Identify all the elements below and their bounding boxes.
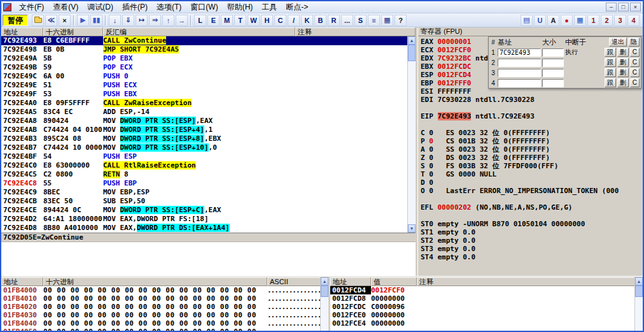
close-target-button[interactable]: × [59, 15, 71, 26]
pause-button[interactable]: ▮▮ [90, 15, 102, 26]
stack-header-address[interactable]: 地址 [330, 277, 371, 286]
column-header-disasm[interactable]: 反汇编 [103, 27, 295, 36]
register-line[interactable]: D 0 [421, 178, 643, 187]
minimize-button[interactable]: – [606, 3, 617, 11]
go-to-button[interactable]: → [176, 15, 188, 26]
menu-item-5[interactable]: 选项(T) [152, 1, 186, 14]
dump-row[interactable]: 01FB404000 00 00 00 00 00 00 00 00 00 00… [1, 319, 328, 328]
disasm-row[interactable]: 7C92E49C6A 00PUSH 0 [1, 72, 407, 81]
stack-scrollbar[interactable]: ▲ [634, 277, 643, 331]
run-to-return-button[interactable]: ↑ [162, 15, 174, 26]
menu-item-6[interactable]: 窗口(W) [186, 1, 222, 14]
disasm-row[interactable]: 7C92E4B7C74424 10 0000MOV DWORD PTR SS:[… [1, 143, 407, 152]
menu-item-4[interactable]: 插件(P) [118, 1, 152, 14]
disasm-row[interactable]: 7C92E49F53PUSH EBX [1, 90, 407, 99]
hwbp-exit-button[interactable]: 退出 [609, 38, 627, 47]
close-button[interactable]: × [630, 3, 641, 11]
scroll-up-icon[interactable]: ▲ [408, 36, 416, 45]
register-line[interactable]: ST4 empty 0.0 [421, 253, 643, 261]
grid-plugin-button[interactable]: ▦ [574, 15, 586, 26]
dump-row[interactable]: 01FB401000 00 00 00 00 00 00 00 00 00 00… [1, 294, 328, 303]
hwbp-follow-button[interactable]: 跟 [605, 48, 616, 57]
hwbp-base-input[interactable] [498, 79, 541, 87]
disassembly-scrollbar[interactable]: ▲ ▼ [407, 36, 416, 233]
dump-header-address[interactable]: 地址 [1, 277, 43, 286]
stack-header-comment[interactable]: 注释 [417, 277, 643, 286]
disasm-row[interactable]: 7C92E4ABC74424 04 0100MOV DWORD PTR SS:[… [1, 126, 407, 134]
scrollbar-track[interactable] [321, 297, 328, 331]
help-button[interactable]: ? [395, 15, 407, 26]
hwbp-size-input[interactable] [542, 79, 564, 87]
register-line[interactable]: EFL 00000202 (NO,NB,NE,A,NS,PO,GE,G) [421, 203, 643, 212]
desktop-4-button[interactable]: 4 [627, 15, 640, 26]
disasm-row[interactable]: 7C92E4A0E8 09F5FFFFCALL ZwRaiseException [1, 99, 407, 108]
register-line[interactable]: ST1 empty 0.0 [421, 228, 643, 236]
disasm-row[interactable]: 7C92E49E51PUSH ECX [1, 81, 407, 90]
stack-row[interactable]: 0012FCDCC0000096 [330, 303, 643, 311]
hwbp-size-input[interactable] [542, 48, 564, 57]
hwbp-condition-button[interactable]: C [630, 68, 640, 77]
disasm-row[interactable]: 7C92E4C5C2 0800RETN 8 [1, 170, 407, 179]
hwbp-hide-button[interactable]: 隐 [628, 38, 640, 47]
hwbp-delete-button[interactable]: 删 [617, 78, 629, 87]
options-button[interactable]: ≡ [368, 15, 380, 26]
menu-item-9[interactable]: 断点-> [281, 1, 312, 14]
register-line[interactable]: EDI 7C930228 ntdll.7C930228 [421, 96, 643, 104]
scrollbar-thumb[interactable] [408, 45, 416, 61]
handles-button[interactable]: H [261, 15, 273, 26]
executables-button[interactable]: E [207, 15, 220, 26]
stack-row[interactable]: 0012FCD800000000 [330, 294, 643, 303]
disasm-row[interactable]: 7C92E4A8890424MOV DWORD PTR SS:[ESP],EAX [1, 117, 407, 126]
desktop-1-button[interactable]: 1 [587, 15, 599, 26]
threads-button[interactable]: T [234, 15, 246, 26]
register-line[interactable]: ST3 empty 0.0 [421, 245, 643, 253]
scroll-down-icon[interactable]: ▼ [408, 224, 416, 233]
disasm-row[interactable]: 7C92E4CE894424 0CMOV DWORD PTR SS:[ESP+C… [1, 206, 407, 215]
menu-item-8[interactable]: 工具 [257, 1, 281, 14]
hwbp-follow-button[interactable]: 跟 [605, 78, 616, 87]
dump-row[interactable]: 01FB400000 00 00 00 00 00 00 00 00 00 00… [1, 286, 328, 294]
disasm-row[interactable]: 7C92E4C98BECMOV EBP,ESP [1, 188, 407, 197]
register-line[interactable]: Z 0 DS 0023 32 位 0(FFFFFFFF) [421, 154, 643, 162]
log-window-button[interactable]: L [194, 15, 206, 26]
hwbp-delete-button[interactable]: 删 [617, 58, 629, 67]
desktop-3-button[interactable]: 3 [614, 15, 626, 26]
animate-into-button[interactable]: ↦ [136, 15, 148, 26]
column-header-hex[interactable]: 十六进制 [43, 27, 103, 36]
hwbp-delete-button[interactable]: 删 [617, 48, 629, 57]
register-line[interactable] [421, 104, 643, 112]
register-line[interactable]: A 0 SS 0023 32 位 0(FFFFFFFF) [421, 145, 643, 154]
stack-row[interactable]: 0012FCD40012FCF0 [330, 286, 643, 294]
register-line[interactable]: C 0 ES 0023 32 位 0(FFFFFFFF) [421, 129, 643, 137]
disasm-row[interactable]: 7C92E4B3895C24 08MOV DWORD PTR SS:[ESP+8… [1, 134, 407, 143]
disasm-row[interactable]: 7C92E4D264:A1 18000000MOV EAX,DWORD PTR … [1, 215, 407, 224]
open-file-button[interactable] [32, 15, 44, 26]
disasm-row[interactable]: 7C92E4A583C4 ECADD ESP,-14 [1, 108, 407, 117]
dump-header-ascii[interactable]: ASCII [267, 277, 328, 286]
register-line[interactable]: S 0 FS 003B 32 位 7FFDF000(FFF) [421, 162, 643, 170]
scrollbar-track[interactable] [408, 61, 416, 224]
references-button[interactable]: R [328, 15, 340, 26]
stack-header-value[interactable]: 值 [371, 277, 417, 286]
appearance-button[interactable]: ▦ [381, 15, 393, 26]
scrollbar-thumb[interactable] [635, 285, 643, 297]
analyze-plugin-button[interactable]: A [547, 15, 559, 26]
desktop-2-button[interactable]: 2 [601, 15, 613, 26]
register-line[interactable] [421, 212, 643, 220]
register-line[interactable]: ST2 empty 0.0 [421, 236, 643, 245]
dump-scrollbar[interactable]: ▲ [320, 277, 328, 331]
hwbp-follow-button[interactable]: 跟 [605, 58, 616, 67]
windows-button[interactable]: W [248, 15, 260, 26]
disasm-row[interactable]: 7C92E4BF54PUSH ESP [1, 152, 407, 161]
disasm-row[interactable]: 7C92E49B59POP ECX [1, 63, 407, 72]
memory-map-button[interactable]: M [221, 15, 233, 26]
hwbp-condition-button[interactable]: C [630, 78, 640, 87]
run-trace-button[interactable]: ... [341, 15, 353, 26]
hwbp-follow-button[interactable]: 跟 [605, 68, 616, 77]
udd-plugin-button[interactable]: U [534, 15, 546, 26]
breakpoints-button[interactable]: B [314, 15, 326, 26]
animate-over-button[interactable]: ⇒ [149, 15, 161, 26]
hwbp-condition-button[interactable]: C [630, 48, 640, 57]
hwbp-delete-button[interactable]: 删 [617, 68, 629, 77]
stack-row[interactable]: 0012FCE000000000 [330, 311, 643, 319]
